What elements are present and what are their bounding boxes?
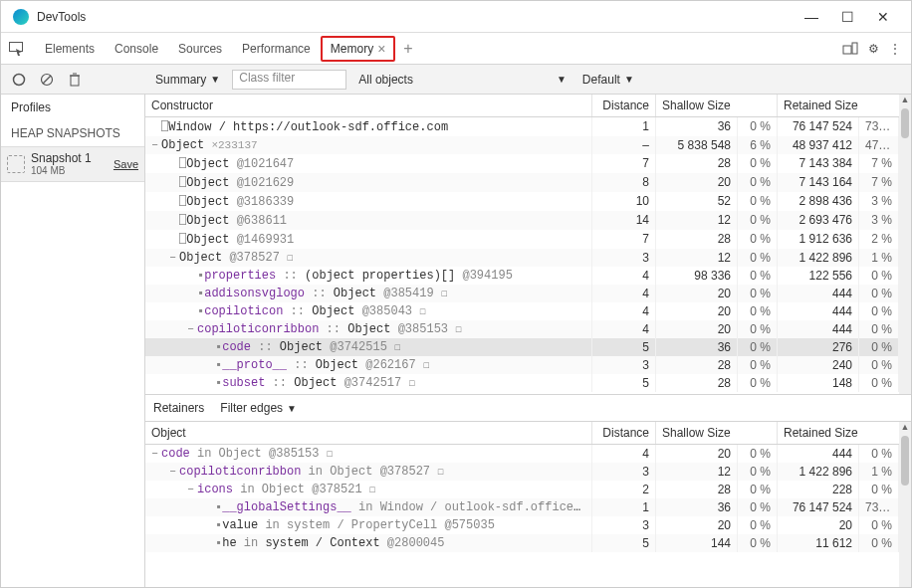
th-shallow-2[interactable]: Shallow Size <box>656 422 778 444</box>
retainers-label: Retainers <box>153 401 204 415</box>
minimize-button[interactable]: — <box>796 7 827 27</box>
memory-toolbar: Summary▼ Class filter All objects ▼ Defa… <box>1 65 911 95</box>
table-row[interactable]: –Object @378527 ☐3120 %1 422 8961 % <box>145 249 911 267</box>
main-tabs: ElementsConsoleSourcesPerformanceMemory×… <box>1 33 911 65</box>
svg-rect-6 <box>71 76 79 86</box>
svg-point-3 <box>14 74 25 85</box>
table-row[interactable]: ▪code :: Object @3742515 ☐5360 %2760 % <box>145 338 911 356</box>
tab-performance[interactable]: Performance <box>232 33 321 64</box>
table-row[interactable]: –code in Object @385153 ☐4200 %4440 % <box>145 445 911 463</box>
table-row[interactable]: ▪he in system / Context @280004551440 %1… <box>145 534 911 552</box>
scrollbar[interactable]: ▲ <box>899 95 911 394</box>
summary-dropdown[interactable]: Summary▼ <box>151 71 224 89</box>
table-row[interactable]: ▪addisonsvglogo :: Object @385419 ☐4200 … <box>145 285 911 302</box>
settings-icon[interactable]: ⚙ <box>868 42 879 56</box>
th-object[interactable]: Object <box>145 422 592 444</box>
retainers-bar: Retainers Filter edges▼ <box>145 395 911 422</box>
table-row[interactable]: ▪__proto__ :: Object @262167 ☐3280 %2400… <box>145 356 911 374</box>
heap-snapshots-header: HEAP SNAPSHOTS <box>1 120 144 146</box>
table-row[interactable]: ⎕Object @63861114120 %2 693 4763 % <box>145 211 911 230</box>
add-tab-button[interactable]: + <box>395 40 420 58</box>
grouping-dropdown[interactable]: Default▼ <box>578 71 638 89</box>
table-row[interactable]: –Object ×233137–5 838 5486 %48 937 41247… <box>145 136 911 154</box>
svg-rect-0 <box>10 42 23 51</box>
table-row[interactable]: ▪__globalSettings__ in Window / outlook-… <box>145 498 911 516</box>
table-row[interactable]: –copiloticonribbon :: Object @385153 ☐42… <box>145 320 911 338</box>
snapshot-name: Snapshot 1 <box>31 151 92 165</box>
svg-rect-2 <box>852 43 857 54</box>
constructors-table: Constructor Distance Shallow Size Retain… <box>145 95 911 395</box>
th-distance-2[interactable]: Distance <box>592 422 656 444</box>
titlebar: DevTools — ☐ ✕ <box>1 1 911 33</box>
svg-line-5 <box>43 76 51 84</box>
th-retained[interactable]: Retained Size <box>778 95 899 116</box>
tab-elements[interactable]: Elements <box>35 33 105 64</box>
devices-icon[interactable] <box>842 42 858 56</box>
table-row[interactable]: ⎕Object @318633910520 %2 898 4363 % <box>145 192 911 211</box>
window-title: DevTools <box>37 10 86 24</box>
table-row[interactable]: ⎕Object @14699317280 %1 912 6362 % <box>145 230 911 249</box>
table-row[interactable]: ⎕Object @10216477280 %7 143 3847 % <box>145 154 911 173</box>
snapshot-icon <box>7 155 25 173</box>
scrollbar-2[interactable]: ▲ <box>899 422 911 588</box>
edge-icon <box>13 9 29 25</box>
tab-memory[interactable]: Memory× <box>321 36 396 62</box>
table-row[interactable]: –icons in Object @378521 ☐2280 %2280 % <box>145 481 911 498</box>
table-row[interactable]: ▪subset :: Object @3742517 ☐5280 %1480 % <box>145 374 911 392</box>
svg-rect-1 <box>843 46 851 54</box>
delete-icon[interactable] <box>67 72 83 88</box>
objects-filter-dropdown[interactable]: All objects ▼ <box>354 71 570 89</box>
more-icon[interactable]: ⋮ <box>889 42 901 56</box>
table-row[interactable]: ▪properties :: (object properties)[] @39… <box>145 267 911 285</box>
th-shallow[interactable]: Shallow Size <box>656 95 778 116</box>
clear-icon[interactable] <box>39 72 55 88</box>
maximize-button[interactable]: ☐ <box>831 7 863 27</box>
snapshot-save-link[interactable]: Save <box>114 158 138 170</box>
table-row[interactable]: ▪value in system / PropertyCell @5750353… <box>145 516 911 534</box>
snapshot-size: 104 MB <box>31 165 92 177</box>
record-icon[interactable] <box>11 72 27 88</box>
snapshot-item[interactable]: Snapshot 1 104 MB Save <box>1 146 144 182</box>
tab-close-icon[interactable]: × <box>377 41 385 57</box>
th-constructor[interactable]: Constructor <box>145 95 592 116</box>
tab-console[interactable]: Console <box>105 33 168 64</box>
table-row[interactable]: –copiloticonribbon in Object @378527 ☐31… <box>145 463 911 481</box>
th-distance[interactable]: Distance <box>592 95 656 116</box>
sidebar: Profiles HEAP SNAPSHOTS Snapshot 1 104 M… <box>1 95 145 588</box>
th-retained-2[interactable]: Retained Size <box>778 422 899 444</box>
class-filter-input[interactable]: Class filter <box>232 70 346 90</box>
close-button[interactable]: ✕ <box>867 7 899 27</box>
retainers-table: Object Distance Shallow Size Retained Si… <box>145 422 911 588</box>
profiles-header: Profiles <box>1 95 144 120</box>
table-row[interactable]: ▪copiloticon :: Object @385043 ☐4200 %44… <box>145 302 911 320</box>
table-row[interactable]: ⎕Window / https://outlook-sdf.office.com… <box>145 117 911 136</box>
filter-edges-dropdown[interactable]: Filter edges▼ <box>216 399 301 417</box>
table-row[interactable]: ⎕Object @10216298200 %7 143 1647 % <box>145 173 911 192</box>
tab-sources[interactable]: Sources <box>168 33 232 64</box>
inspect-icon[interactable] <box>7 39 27 59</box>
